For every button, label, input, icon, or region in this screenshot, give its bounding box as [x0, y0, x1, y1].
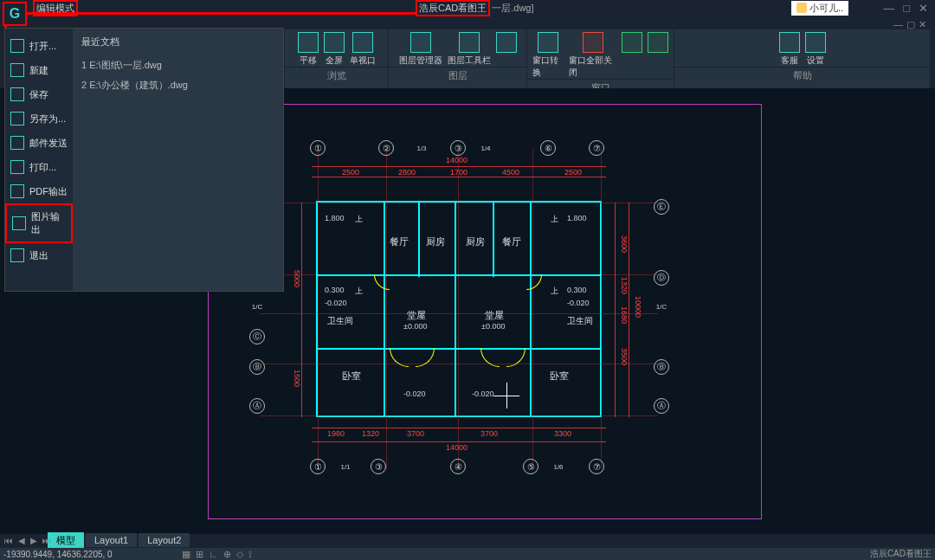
tool-layer-toolbar[interactable]: 图层工具栏	[448, 32, 491, 67]
cursor-coords: -19390.9449, 14636.2205, 0	[3, 550, 113, 559]
doc-name: 一层.dwg]	[492, 2, 533, 15]
tab-layout1[interactable]: Layout1	[86, 533, 137, 547]
menu-image-export[interactable]: 图片输出	[5, 203, 73, 243]
tab-prev[interactable]: ◀	[16, 536, 27, 545]
window-controls: — □ ✕	[883, 2, 928, 15]
menu-exit[interactable]: 退出	[5, 243, 73, 267]
dim-top-total: 14000	[446, 156, 468, 164]
winclose-icon	[583, 32, 603, 53]
saveas-icon	[10, 112, 24, 126]
save-icon	[10, 87, 24, 101]
menu-pdf[interactable]: PDF输出	[5, 179, 73, 203]
recent-files: 最近文档 1 E:\图纸\一层.dwg 2 E:\办公楼（建筑）.dwg	[73, 29, 283, 291]
osnap-toggle[interactable]: ◇	[236, 549, 243, 560]
grid-toggle[interactable]: ⊞	[196, 549, 203, 560]
menu-saveas[interactable]: 另存为...	[5, 106, 73, 131]
grid-1-3: 1/3	[414, 140, 429, 156]
user-avatar-icon	[796, 3, 807, 13]
tab-first[interactable]: ⏮	[3, 536, 15, 545]
layers-icon	[410, 32, 431, 53]
app-logo-icon[interactable]: G	[3, 2, 27, 26]
tool-settings[interactable]: 设置	[805, 32, 826, 67]
winswitch-icon	[538, 32, 558, 53]
title-bar: G 编辑模式 浩辰CAD看图王 一层.dwg] 小可儿.. — □ ✕	[0, 0, 935, 16]
layer-tool-icon	[459, 32, 480, 53]
menu-mail[interactable]: 邮件发送	[5, 131, 73, 155]
menu-print[interactable]: 打印...	[5, 155, 73, 179]
maximize-button[interactable]: □	[903, 2, 910, 15]
status-bar: -19390.9449, 14636.2205, 0 ▦ ⊞ ∟ ⊕ ◇ ⟟ 浩…	[0, 548, 935, 560]
viewport-icon	[352, 32, 373, 53]
tool-pan[interactable]: 平移	[298, 32, 319, 67]
layout-tabs: ⏮ ◀ ▶ ⏭ 模型 Layout1 Layout2	[0, 532, 190, 548]
menu-new[interactable]: 新建	[5, 58, 73, 82]
exit-icon	[10, 248, 24, 262]
app-name: 浩辰CAD看图王	[416, 0, 490, 16]
title-center: 浩辰CAD看图王 一层.dwg]	[416, 0, 534, 16]
support-icon	[779, 32, 800, 53]
win-b-icon	[648, 32, 668, 53]
tool-fullscreen[interactable]: 全屏	[324, 32, 345, 67]
ortho-toggle[interactable]: ∟	[209, 549, 218, 560]
tab-model[interactable]: 模型	[48, 532, 84, 549]
highlight-bar	[26, 12, 416, 15]
pan-icon	[298, 32, 319, 53]
fullscreen-icon	[324, 32, 345, 53]
snap-toggle[interactable]: ▦	[182, 549, 190, 560]
recent-file-1[interactable]: 1 E:\图纸\一层.dwg	[81, 55, 274, 75]
building-outline	[316, 201, 602, 417]
tool-viewport[interactable]: 单视口	[350, 32, 376, 67]
tool-window-switch[interactable]: 窗口转换	[532, 32, 564, 79]
minimize-button[interactable]: —	[883, 2, 894, 15]
tab-last[interactable]: ⏭	[41, 536, 53, 545]
tool-window-b[interactable]	[648, 32, 668, 79]
grid-1-4: 1/4	[478, 140, 493, 156]
grid-7: ⑦	[589, 140, 604, 156]
menu-save[interactable]: 保存	[5, 82, 73, 106]
tool-window-closeall[interactable]: 窗口全部关闭	[569, 32, 616, 79]
win-a-icon	[622, 32, 642, 53]
tab-layout2[interactable]: Layout2	[139, 533, 190, 547]
file-menu-list: 打开... 新建 保存 另存为... 邮件发送 打印... PDF输出 图片输出…	[5, 29, 73, 291]
ribbon-toolbar: 平移 全屏 单视口 浏览 图层管理器 图层工具栏 图层 窗口转换 窗口全部关闭 …	[285, 29, 931, 88]
status-toggles: ▦ ⊞ ∟ ⊕ ◇ ⟟	[182, 549, 252, 560]
open-icon	[10, 39, 24, 53]
close-button[interactable]: ✕	[919, 2, 928, 15]
status-brand: 浩辰CAD看图王	[870, 548, 932, 560]
polar-toggle[interactable]: ⊕	[223, 549, 231, 560]
grid-6: ⑥	[540, 140, 556, 156]
mail-icon	[10, 136, 24, 150]
tool-window-a[interactable]	[622, 32, 642, 79]
tab-next[interactable]: ▶	[29, 536, 39, 545]
pdf-icon	[10, 184, 24, 198]
new-icon	[10, 63, 24, 77]
recent-file-2[interactable]: 2 E:\办公楼（建筑）.dwg	[81, 75, 274, 95]
mode-selector[interactable]: 编辑模式	[33, 0, 78, 16]
user-account[interactable]: 小可儿..	[791, 1, 848, 16]
layer-more-icon	[496, 32, 517, 53]
tool-support[interactable]: 客服	[779, 32, 800, 67]
tab-nav: ⏮ ◀ ▶ ⏭	[3, 536, 53, 545]
image-icon	[12, 216, 26, 230]
tool-layer-more[interactable]	[496, 32, 517, 67]
cursor-crosshair	[493, 383, 519, 409]
print-icon	[10, 160, 24, 174]
file-menu: 打开... 新建 保存 另存为... 邮件发送 打印... PDF输出 图片输出…	[4, 28, 284, 292]
otrack-toggle[interactable]: ⟟	[248, 549, 252, 560]
gear-icon	[805, 32, 826, 53]
menu-open[interactable]: 打开...	[5, 34, 73, 58]
tool-layer-manager[interactable]: 图层管理器	[399, 32, 442, 67]
